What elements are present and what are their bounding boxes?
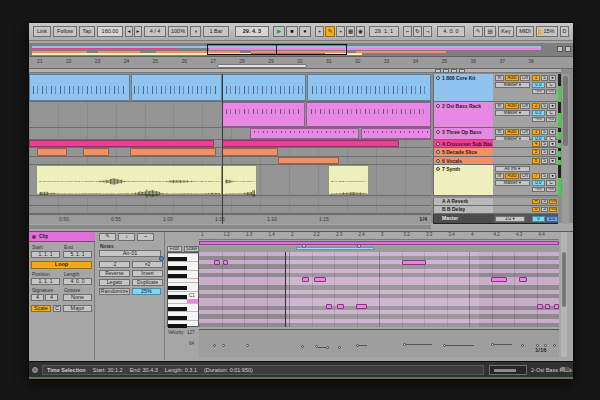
- track-activator-button[interactable]: 1: [532, 75, 540, 81]
- arm-button[interactable]: ●: [549, 103, 556, 109]
- pan-field[interactable]: C: [546, 110, 556, 116]
- track-header-1[interactable]: 1 808 Core Kit: [433, 74, 493, 102]
- groove-select[interactable]: None: [63, 294, 92, 301]
- monitor-off-button[interactable]: Off: [520, 129, 530, 135]
- midi-ruler[interactable]: 11.21.31.422.22.32.433.23.33.444.24.34.4: [199, 232, 559, 240]
- arm-button[interactable]: ●: [549, 158, 556, 164]
- arrangement-clip[interactable]: [222, 140, 398, 147]
- return-header-B[interactable]: B B Delay: [433, 206, 493, 214]
- audio-to-select[interactable]: Master ▾: [495, 110, 530, 116]
- tab-envelopes-icon[interactable]: ~: [137, 233, 154, 241]
- arm-button[interactable]: ●: [549, 173, 556, 179]
- track-activator-button[interactable]: 3: [532, 129, 540, 135]
- note-grid[interactable]: [199, 252, 559, 327]
- clip-length-field[interactable]: 4. 0. 0: [63, 278, 92, 285]
- note-tool-reverse[interactable]: Reverse: [99, 270, 130, 277]
- arrangement-clip[interactable]: [328, 165, 368, 195]
- track-fold-icon[interactable]: [436, 130, 440, 134]
- track-lane-5[interactable]: [29, 148, 431, 157]
- send-b-field[interactable]: -Inf: [546, 89, 556, 94]
- velocity-marker[interactable]: [338, 346, 341, 349]
- velocity-marker[interactable]: [301, 345, 304, 348]
- loop-start-marker[interactable]: [302, 244, 306, 248]
- clip-end-field[interactable]: 5. 1. 1: [63, 251, 92, 258]
- piano-keyboard[interactable]: C1: [167, 252, 199, 327]
- velocity-lane[interactable]: [199, 329, 559, 357]
- return-activator-button[interactable]: A: [532, 199, 540, 204]
- time-ruler[interactable]: 0:500:551:001:051:101:151/4: [29, 214, 431, 224]
- arrangement-clip[interactable]: [307, 74, 431, 101]
- velocity-marker[interactable]: [553, 344, 556, 347]
- tab-notes-icon[interactable]: ♪: [118, 233, 135, 241]
- solo-button[interactable]: S: [541, 158, 548, 164]
- loop-brace[interactable]: [296, 247, 374, 250]
- tab-tools-icon[interactable]: ✎: [99, 233, 116, 241]
- pianoroll-vscroll[interactable]: [561, 232, 567, 357]
- monitor-in-button[interactable]: In: [495, 173, 504, 179]
- pencil-icon[interactable]: ✎: [473, 26, 483, 37]
- midi-note[interactable]: [519, 277, 527, 282]
- loop-button[interactable]: Loop: [31, 261, 92, 269]
- track-fold-icon[interactable]: [436, 159, 440, 163]
- send-a-field[interactable]: -Inf: [532, 89, 545, 94]
- nudge-up-button[interactable]: ▸: [134, 26, 142, 37]
- black-key[interactable]: [168, 324, 187, 328]
- midi-map-button[interactable]: MIDI: [516, 26, 534, 37]
- track-activator-button[interactable]: 4: [532, 141, 540, 147]
- monitor-off-button[interactable]: Off: [520, 103, 530, 109]
- clip-activator-icon[interactable]: [32, 235, 36, 239]
- monitor-in-button[interactable]: In: [495, 103, 504, 109]
- session-grid-button[interactable]: ▦: [346, 26, 355, 37]
- arrangement-clip[interactable]: [130, 148, 216, 156]
- return-header-A[interactable]: A A Reverb: [433, 198, 493, 206]
- clip-start-field[interactable]: 1. 1. 1: [31, 251, 60, 258]
- capture-midi-button[interactable]: ◉: [356, 26, 365, 37]
- arm-button[interactable]: ●: [549, 75, 556, 81]
- arrangement-overview[interactable]: [29, 43, 573, 57]
- arm-button[interactable]: ●: [549, 141, 556, 147]
- play-button[interactable]: ▶: [273, 26, 285, 37]
- arrangement-scrub-area[interactable]: [29, 69, 561, 73]
- velocity-marker[interactable]: [213, 344, 216, 347]
- return-solo-button[interactable]: S: [541, 207, 548, 212]
- midi-note[interactable]: [314, 277, 326, 282]
- return-activator-button[interactable]: B: [532, 207, 540, 212]
- track-header-5[interactable]: 5 Decade Slice: [433, 148, 493, 157]
- arrangement-clip[interactable]: [222, 165, 257, 195]
- arm-button[interactable]: ●: [549, 129, 556, 135]
- overview-view-box[interactable]: [207, 44, 347, 55]
- solo-button[interactable]: S: [541, 129, 548, 135]
- track-activator-button[interactable]: 2: [532, 103, 540, 109]
- track-activator-button[interactable]: 7: [532, 173, 540, 179]
- signature-numerator-field[interactable]: 4: [31, 294, 44, 301]
- horizontal-zoom-handle[interactable]: [217, 64, 307, 68]
- arrangement-clip[interactable]: [306, 102, 431, 127]
- arrangement-clip[interactable]: [222, 148, 278, 156]
- arrangement-clip[interactable]: [278, 157, 338, 164]
- return-send-field[interactable]: -Inf: [549, 207, 557, 212]
- solo-button[interactable]: S: [541, 75, 548, 81]
- track-header-6[interactable]: 6 Vocals: [433, 157, 493, 165]
- arrangement-clip[interactable]: [29, 74, 130, 101]
- quantize-menu[interactable]: 1 Bar: [203, 26, 229, 37]
- send-b-field[interactable]: -Inf: [546, 187, 556, 192]
- arrangement-clip[interactable]: [250, 128, 359, 139]
- track-lane-1[interactable]: [29, 74, 431, 102]
- midi-note[interactable]: [402, 260, 426, 265]
- return-lane-B[interactable]: [29, 206, 431, 214]
- pan-field[interactable]: C: [546, 82, 556, 88]
- track-activator-button[interactable]: 5: [532, 149, 540, 155]
- midi-note[interactable]: [356, 304, 367, 309]
- midi-note[interactable]: [491, 277, 507, 282]
- track-lane-6[interactable]: [29, 157, 431, 165]
- automation-arm-button[interactable]: +: [336, 26, 345, 37]
- arrangement-clip[interactable]: [29, 140, 214, 147]
- stop-button[interactable]: ■: [286, 26, 298, 37]
- track-header-3[interactable]: 3 Three Op Bass: [433, 128, 493, 140]
- send-a-field[interactable]: -Inf: [532, 117, 545, 122]
- monitor-auto-button[interactable]: Auto: [505, 75, 519, 81]
- track-header-2[interactable]: 2 Osi Bass Rack: [433, 102, 493, 128]
- return-lane-A[interactable]: [29, 198, 431, 206]
- scale-name-select[interactable]: Major: [63, 305, 92, 312]
- monitor-auto-button[interactable]: Auto: [505, 173, 519, 179]
